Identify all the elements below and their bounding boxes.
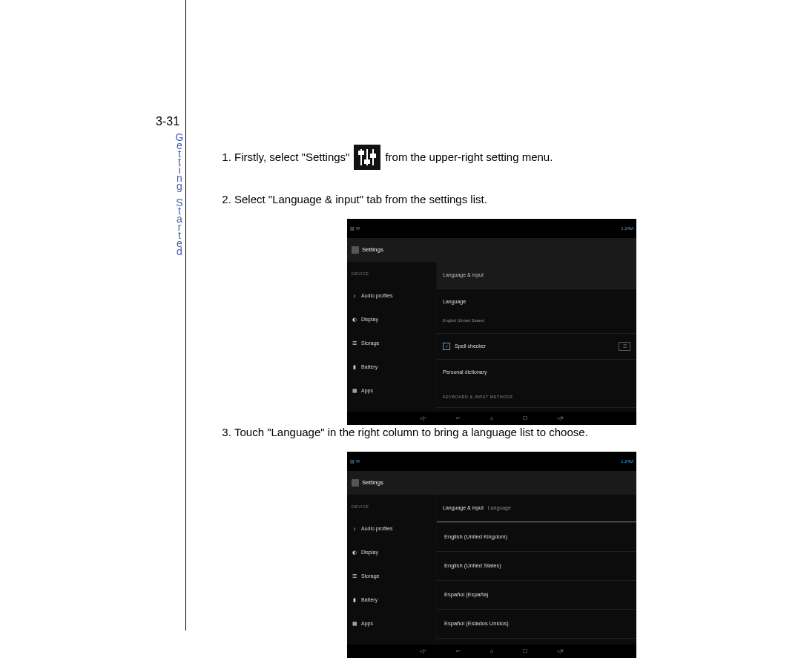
- sidebar-item-audio[interactable]: ♪Audio profiles: [347, 284, 436, 308]
- checkbox-icon[interactable]: ✓: [443, 343, 450, 350]
- statusbar-left-icons: ▥ ✉: [350, 452, 360, 470]
- display-icon: ◐: [352, 550, 357, 556]
- vertical-divider: [185, 0, 186, 630]
- nav-back-icon[interactable]: ⤺: [456, 642, 461, 660]
- sidebar-item-display[interactable]: ◐Display: [347, 541, 436, 564]
- sidebar-item-storage[interactable]: ☰Storage: [347, 564, 436, 588]
- settings-sliders-icon: [354, 145, 380, 170]
- audio-icon: ♪: [352, 526, 357, 532]
- sidebar-item-label: Storage: [361, 335, 380, 352]
- sidebar-section-device: DEVICE: [347, 495, 436, 517]
- nav-vol-up[interactable]: ◁+: [557, 642, 564, 660]
- audio-icon: ♪: [352, 293, 357, 299]
- battery-icon: ▮: [352, 364, 357, 370]
- page-number: 3-31: [156, 115, 179, 128]
- language-option[interactable]: Filipino: [437, 638, 636, 645]
- breadcrumb-parent[interactable]: Language & input: [443, 505, 484, 510]
- sidebar-item-label: Battery: [361, 358, 378, 376]
- step-1-text-b: from the upper-right setting menu.: [385, 148, 553, 166]
- panel-item-title: Spell checker: [455, 337, 614, 355]
- manual-page: 3-31 Getting Started Firstly, select "Se…: [0, 0, 801, 672]
- apps-icon: ▦: [352, 388, 357, 394]
- tablet-title: Settings: [362, 241, 383, 259]
- settings-sidebar: DEVICE ♪Audio profiles ◐Display ☰Storage…: [347, 262, 437, 412]
- screenshot-1: ▥ ✉ 1:24M Settings DEVICE ♪Audio profile…: [347, 219, 636, 403]
- settings-app-icon: [352, 246, 359, 254]
- step-2-text: Select "Language & input" tab from the s…: [234, 193, 487, 205]
- panel-item-language[interactable]: Language English (United States): [437, 289, 636, 333]
- content-area: Firstly, select "Settings" from the uppe…: [215, 145, 749, 656]
- tablet-title: Settings: [362, 474, 383, 492]
- nav-vol-down[interactable]: ◁−: [420, 642, 426, 660]
- apps-icon: ▦: [352, 621, 357, 627]
- panel-section-keyboard: KEYBOARD & INPUT METHODS: [437, 385, 636, 407]
- language-option[interactable]: Español (Estados Unidos): [437, 609, 636, 638]
- language-list-panel: Language & input Language English (Unite…: [437, 495, 636, 645]
- sidebar-item-label: Display: [361, 544, 378, 561]
- sidebar-item-label: Apps: [361, 615, 373, 633]
- sliders-icon[interactable]: ☰: [619, 342, 630, 351]
- sidebar-item-display[interactable]: ◐Display: [347, 308, 436, 332]
- panel-item-default-kb[interactable]: Default English (US) - Android Keyboard …: [437, 407, 636, 412]
- step-2: Select "Language & input" tab from the s…: [234, 191, 749, 403]
- statusbar-time: 1:24M: [621, 452, 633, 470]
- tablet-navbar: ◁− ⤺ ⌂ ☐ ◁+: [347, 645, 636, 658]
- sidebar-item-label: Display: [361, 311, 378, 329]
- sidebar-item-apps[interactable]: ▦Apps: [347, 612, 436, 636]
- step-3: Touch "Language" in the right column to …: [234, 424, 749, 636]
- section-label-vertical: Getting Started: [172, 134, 187, 256]
- instruction-list: Firstly, select "Settings" from the uppe…: [215, 145, 749, 636]
- tablet-titlebar: Settings: [347, 471, 636, 495]
- language-option[interactable]: English (United Kingdom): [437, 522, 636, 551]
- breadcrumb-current: Language: [488, 505, 511, 510]
- step-3-text: Touch "Language" in the right column to …: [234, 426, 588, 438]
- display-icon: ◐: [352, 317, 357, 323]
- nav-home-icon[interactable]: ⌂: [490, 642, 493, 660]
- screenshot-2: ▥ ✉ 1:24M Settings DEVICE ♪Audio profile…: [347, 452, 636, 636]
- language-option[interactable]: English (United States): [437, 551, 636, 580]
- sidebar-item-audio[interactable]: ♪Audio profiles: [347, 517, 436, 541]
- storage-icon: ☰: [352, 573, 357, 579]
- storage-icon: ☰: [352, 340, 357, 346]
- settings-panel: Language & input Language English (Unite…: [437, 262, 636, 412]
- panel-breadcrumb: Language & input Language: [437, 495, 636, 522]
- step-1: Firstly, select "Settings" from the uppe…: [234, 145, 749, 170]
- sidebar-item-apps[interactable]: ▦Apps: [347, 379, 436, 403]
- sidebar-item-battery[interactable]: ▮Battery: [347, 588, 436, 612]
- sidebar-item-battery[interactable]: ▮Battery: [347, 355, 436, 379]
- tablet-statusbar: ▥ ✉ 1:24M: [347, 219, 636, 238]
- panel-item-spellchecker[interactable]: ✓ Spell checker ☰: [437, 333, 636, 359]
- tablet-statusbar: ▥ ✉ 1:24M: [347, 452, 636, 471]
- settings-app-icon: [352, 479, 359, 487]
- sidebar-item-label: Audio profiles: [361, 287, 392, 305]
- tablet-titlebar: Settings: [347, 238, 636, 262]
- panel-header: Language & input: [437, 262, 636, 289]
- panel-item-subtitle: English (United States): [443, 312, 630, 329]
- panel-item-title: Personal dictionary: [443, 363, 630, 381]
- statusbar-time: 1:24M: [621, 220, 633, 237]
- step-1-text-a: Firstly, select "Settings": [234, 148, 349, 166]
- sidebar-item-label: Battery: [361, 591, 378, 609]
- panel-item-title: Language: [443, 293, 630, 311]
- statusbar-left-icons: ▥ ✉: [350, 220, 360, 237]
- sidebar-section-device: DEVICE: [347, 262, 436, 284]
- nav-recent-icon[interactable]: ☐: [523, 642, 527, 660]
- sidebar-item-label: Apps: [361, 382, 373, 400]
- sidebar-item-label: Audio profiles: [361, 520, 392, 538]
- panel-item-dictionary[interactable]: Personal dictionary: [437, 359, 636, 385]
- sidebar-item-label: Storage: [361, 567, 380, 585]
- sidebar-item-storage[interactable]: ☰Storage: [347, 332, 436, 355]
- language-option[interactable]: Español (España): [437, 580, 636, 609]
- settings-sidebar: DEVICE ♪Audio profiles ◐Display ☰Storage…: [347, 495, 437, 645]
- battery-icon: ▮: [352, 597, 357, 603]
